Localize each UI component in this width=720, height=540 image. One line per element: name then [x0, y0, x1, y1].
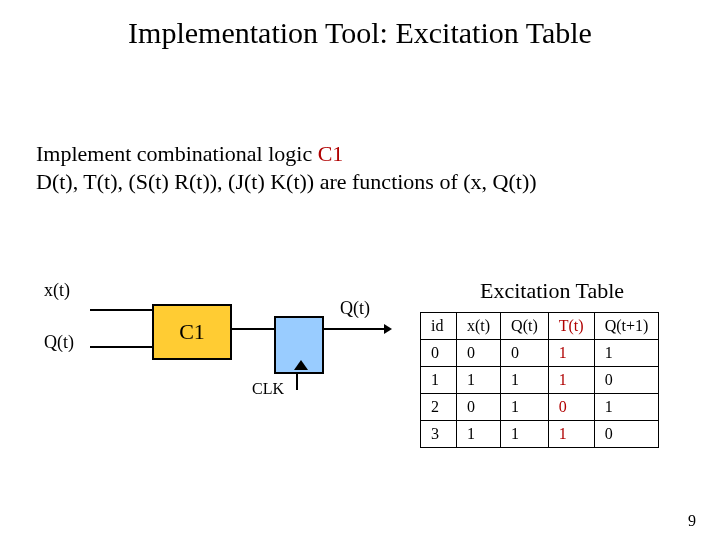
label-xt: x(t): [44, 280, 70, 301]
c1-block-label: C1: [179, 319, 205, 345]
slide-title: Implementation Tool: Excitation Table: [0, 16, 720, 50]
col-xt: x(t): [457, 313, 501, 340]
c1-block: C1: [152, 304, 232, 360]
wire-q: [90, 346, 152, 348]
table-row: 1 1 1 1 0: [421, 367, 659, 394]
wire-x: [90, 309, 152, 311]
cell: 1: [548, 367, 594, 394]
cell: 1: [594, 394, 659, 421]
col-qt: Q(t): [501, 313, 549, 340]
col-qt1: Q(t+1): [594, 313, 659, 340]
cell: 1: [548, 340, 594, 367]
cell: 3: [421, 421, 457, 448]
cell: 1: [501, 394, 549, 421]
cell: 0: [594, 421, 659, 448]
cell: 1: [501, 367, 549, 394]
table-title: Excitation Table: [480, 278, 624, 304]
cell: 2: [421, 394, 457, 421]
table-header-row: id x(t) Q(t) T(t) Q(t+1): [421, 313, 659, 340]
cell: 0: [548, 394, 594, 421]
label-qt-output: Q(t): [340, 298, 370, 319]
cell: 0: [421, 340, 457, 367]
table-row: 0 0 0 1 1: [421, 340, 659, 367]
col-tt: T(t): [548, 313, 594, 340]
cell: 1: [548, 421, 594, 448]
cell: 0: [457, 340, 501, 367]
body-text: Implement combinational logic C1 D(t), T…: [36, 140, 537, 195]
table-row: 2 0 1 0 1: [421, 394, 659, 421]
block-diagram: x(t) Q(t) Q(t) CLK C1: [36, 268, 436, 428]
col-id: id: [421, 313, 457, 340]
body-line2: D(t), T(t), (S(t) R(t)), (J(t) K(t)) are…: [36, 169, 537, 194]
cell: 1: [594, 340, 659, 367]
label-clk: CLK: [252, 380, 284, 398]
cell: 0: [457, 394, 501, 421]
body-line1-c1: C1: [318, 141, 344, 166]
wire-clk: [296, 374, 298, 390]
body-line1-pre: Implement combinational logic: [36, 141, 318, 166]
cell: 0: [501, 340, 549, 367]
cell: 1: [457, 367, 501, 394]
cell: 1: [501, 421, 549, 448]
cell: 0: [594, 367, 659, 394]
label-qt-input: Q(t): [44, 332, 74, 353]
table-row: 3 1 1 1 0: [421, 421, 659, 448]
wire-c1-out: [232, 328, 276, 330]
cell: 1: [457, 421, 501, 448]
clock-triangle-icon: [294, 360, 308, 370]
cell: 1: [421, 367, 457, 394]
excitation-table: id x(t) Q(t) T(t) Q(t+1) 0 0 0 1 1 1 1 1…: [420, 312, 659, 448]
page-number: 9: [688, 512, 696, 530]
flipflop-block: [274, 316, 324, 374]
